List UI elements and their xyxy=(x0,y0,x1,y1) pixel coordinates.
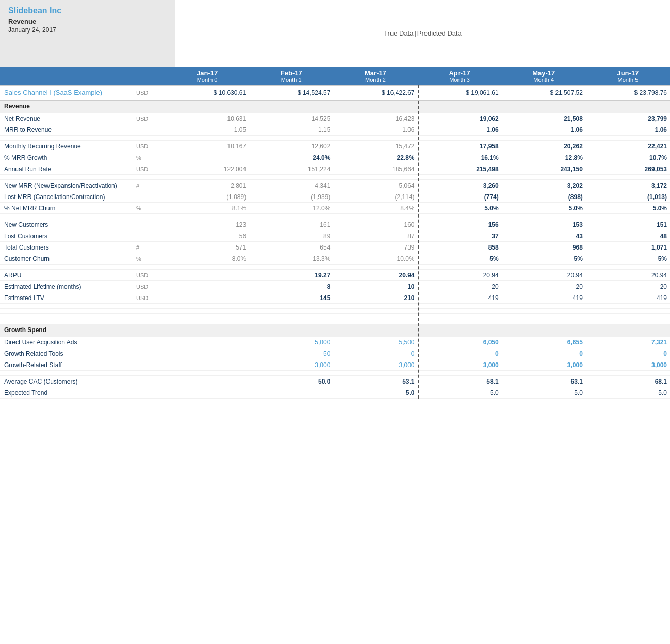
row-val-14-1: 654 xyxy=(249,242,333,253)
row-val-25-2: 5,500 xyxy=(333,337,417,348)
row-val-29-5: 68.1 xyxy=(586,376,670,387)
section-header-row: Revenue xyxy=(0,101,670,113)
row-val-8-4: 3,202 xyxy=(502,180,586,191)
sales-channel-data: $ 10,630.61$ 14,524.57$ 16,422.67$ 19,06… xyxy=(165,86,670,100)
col-header-month-3: Apr-17Month 3 xyxy=(418,67,502,85)
row-val-14-0: 571 xyxy=(165,242,249,253)
spacer-row xyxy=(0,309,670,314)
row-data-14: 5716547398589681,071 xyxy=(165,242,670,253)
row-data-2: 1.051.151.061.061.061.06 xyxy=(165,124,670,135)
row-val-17-2: 20.94 xyxy=(333,270,417,280)
row-val-25-3: 6,050 xyxy=(418,337,502,348)
row-label-8: New MRR (New/Expansion/Reactivation) xyxy=(0,180,134,191)
row-val-29-1: 50.0 xyxy=(249,376,333,387)
row-unit-13 xyxy=(134,230,165,241)
data-row: Lost MRR (Cancellation/Contraction)(1,08… xyxy=(0,191,670,203)
row-data-18: 810202020 xyxy=(165,281,670,292)
row-val-15-1: 13.3% xyxy=(249,253,333,264)
row-unit-6: USD xyxy=(134,163,165,174)
row-val-4-1: 12,602 xyxy=(249,141,333,152)
row-val-8-0: 2,801 xyxy=(165,180,249,191)
row-val-9-3: (774) xyxy=(418,191,502,202)
row-val-19-0 xyxy=(165,292,249,303)
row-label-4: Monthly Recurring Revenue xyxy=(0,141,134,152)
sales-channel-label: Sales Channel I (SaaS Example) xyxy=(0,86,134,100)
data-row: Monthly Recurring RevenueUSD10,16712,602… xyxy=(0,141,670,152)
row-val-27-4: 3,000 xyxy=(502,359,586,370)
row-val-18-0 xyxy=(165,281,249,292)
data-row: New MRR (New/Expansion/Reactivation)#2,8… xyxy=(0,180,670,191)
row-val-30-1 xyxy=(249,387,333,398)
row-val-17-1: 19.27 xyxy=(249,270,333,280)
row-data-15: 8.0%13.3%10.0%5%5%5% xyxy=(165,253,670,264)
row-label-29: Average CAC (Customers) xyxy=(0,376,134,387)
row-data-10: 8.1%12.0%8.4%5.0%5.0%5.0% xyxy=(165,203,670,213)
row-unit-10: % xyxy=(134,203,165,213)
sales-channel-val-1: $ 14,524.57 xyxy=(249,86,333,100)
report-date: January 24, 2017 xyxy=(8,26,167,34)
predicted-data-label: Predicted Data xyxy=(417,29,462,37)
sales-channel-val-3: $ 19,061.61 xyxy=(418,86,502,100)
spacer-row xyxy=(0,136,670,141)
row-val-19-2: 210 xyxy=(333,292,417,303)
row-val-9-2: (2,114) xyxy=(333,191,417,202)
row-unit-29 xyxy=(134,376,165,387)
row-val-15-3: 5% xyxy=(418,253,502,264)
row-val-4-5: 22,421 xyxy=(586,141,670,152)
row-val-6-5: 269,053 xyxy=(586,163,670,174)
row-unit-9 xyxy=(134,191,165,202)
row-val-13-2: 87 xyxy=(333,230,417,241)
row-val-9-0: (1,089) xyxy=(165,191,249,202)
row-val-25-4: 6,655 xyxy=(502,337,586,348)
row-label-13: Lost Customers xyxy=(0,230,134,241)
spacer-row xyxy=(0,319,670,324)
spacer-row xyxy=(0,314,670,319)
row-val-19-4: 419 xyxy=(502,292,586,303)
row-data-9: (1,089)(1,939)(2,114)(774)(898)(1,013) xyxy=(165,191,670,202)
row-val-26-1: 50 xyxy=(249,348,333,359)
row-data-30: 5.05.05.05.0 xyxy=(165,387,670,398)
row-val-10-0: 8.1% xyxy=(165,203,249,213)
row-val-2-3: 1.06 xyxy=(418,124,502,135)
section-header-label: Growth Spend xyxy=(0,324,670,336)
sales-channel-row: Sales Channel I (SaaS Example) USD $ 10,… xyxy=(0,85,670,101)
row-data-19: 145210419419419 xyxy=(165,292,670,303)
row-label-15: Customer Churn xyxy=(0,253,134,264)
row-val-19-1: 145 xyxy=(249,292,333,303)
row-val-15-0: 8.0% xyxy=(165,253,249,264)
row-val-8-5: 3,172 xyxy=(586,180,670,191)
row-data-12: 123161160156153151 xyxy=(165,219,670,230)
col-header-month-2: Mar-17Month 2 xyxy=(333,67,417,85)
row-label-18: Estimated Lifetime (months) xyxy=(0,281,134,292)
row-val-29-2: 53.1 xyxy=(333,376,417,387)
row-val-10-3: 5.0% xyxy=(418,203,502,213)
row-unit-14: # xyxy=(134,242,165,253)
data-row: MRR to Revenue1.051.151.061.061.061.06 xyxy=(0,124,670,136)
row-val-29-4: 63.1 xyxy=(502,376,586,387)
row-val-14-4: 968 xyxy=(502,242,586,253)
row-val-2-5: 1.06 xyxy=(586,124,670,135)
row-val-18-2: 10 xyxy=(333,281,417,292)
sales-channel-unit: USD xyxy=(134,86,165,100)
row-val-2-4: 1.06 xyxy=(502,124,586,135)
row-label-10: % Net MRR Churn xyxy=(0,203,134,213)
row-val-5-4: 12.8% xyxy=(502,152,586,163)
row-val-26-4: 0 xyxy=(502,348,586,359)
row-unit-8: # xyxy=(134,180,165,191)
row-data-1: 10,63114,52516,42319,06221,50823,799 xyxy=(165,113,670,124)
top-left-info: Slidebean Inc Revenue January 24, 2017 xyxy=(0,0,175,67)
top-header: Slidebean Inc Revenue January 24, 2017 T… xyxy=(0,0,670,67)
row-val-30-2: 5.0 xyxy=(333,387,417,398)
data-row: Growth Related Tools500000 xyxy=(0,348,670,359)
row-unit-17: USD xyxy=(134,270,165,280)
row-unit-30 xyxy=(134,387,165,398)
row-val-27-5: 3,000 xyxy=(586,359,670,370)
row-val-13-5: 48 xyxy=(586,230,670,241)
row-data-27: 3,0003,0003,0003,0003,000 xyxy=(165,359,670,370)
row-val-27-3: 3,000 xyxy=(418,359,502,370)
row-data-5: 24.0%22.8%16.1%12.8%10.7% xyxy=(165,152,670,163)
row-val-2-1: 1.15 xyxy=(249,124,333,135)
row-data-29: 50.053.158.163.168.1 xyxy=(165,376,670,387)
row-val-18-3: 20 xyxy=(418,281,502,292)
sales-channel-val-4: $ 21,507.52 xyxy=(502,86,586,100)
